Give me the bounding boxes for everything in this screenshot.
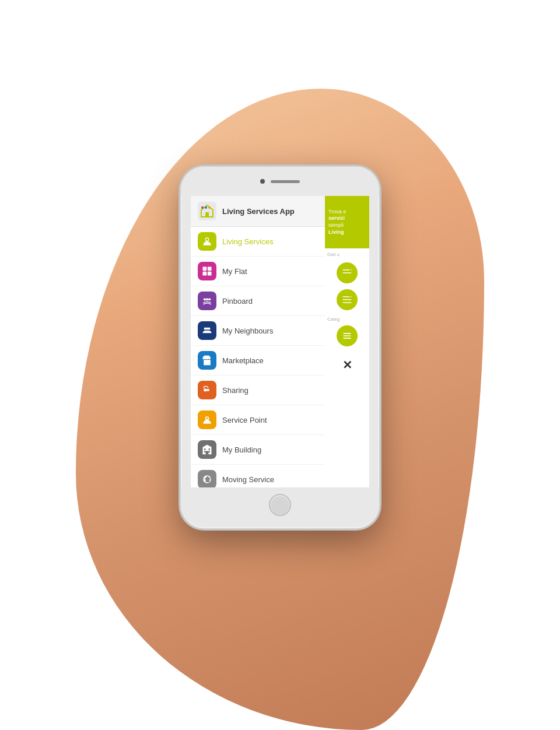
app-title: Living Services App	[222, 207, 295, 216]
svg-point-7	[206, 238, 208, 241]
phone: Living Services App Living Ser	[181, 167, 379, 528]
right-panel-top: Trova e servizi sempli Living	[325, 196, 369, 248]
svg-point-5	[208, 206, 211, 209]
right-panel: Trova e servizi sempli Living Dati u	[325, 196, 369, 487]
svg-point-3	[201, 206, 204, 209]
svg-rect-26	[209, 448, 211, 450]
my-neighbours-label: My Neighbours	[222, 327, 273, 335]
categ-label: Categ	[327, 317, 367, 322]
svg-rect-35	[343, 302, 352, 303]
svg-rect-34	[343, 299, 352, 300]
phone-bottom-bar	[181, 487, 379, 522]
moving-service-icon	[198, 470, 216, 487]
svg-point-12	[204, 298, 206, 300]
svg-rect-28	[209, 451, 211, 453]
svg-rect-11	[208, 272, 212, 276]
my-building-icon	[198, 440, 216, 459]
right-panel-content: Dati u	[325, 248, 369, 487]
my-neighbours-icon	[198, 321, 216, 340]
menu-list: Living Services My Flat	[191, 227, 325, 487]
right-circle-btn-2[interactable]	[337, 289, 358, 310]
pinboard-label: Pinboard	[222, 297, 253, 306]
menu-item-marketplace[interactable]: Marketplace	[191, 346, 325, 375]
phone-speaker	[271, 180, 300, 183]
my-flat-icon	[198, 262, 216, 280]
svg-rect-27	[204, 451, 206, 453]
app-logo-icon	[198, 202, 216, 220]
marketplace-label: Marketplace	[222, 356, 264, 365]
menu-item-living-services[interactable]: Living Services	[191, 227, 325, 257]
service-point-icon: ?	[198, 410, 216, 429]
svg-point-4	[205, 206, 207, 209]
scene: Living Services App Living Ser	[0, 0, 560, 730]
living-services-icon	[198, 232, 216, 251]
svg-point-17	[206, 328, 208, 330]
menu-item-pinboard[interactable]: Pinboard	[191, 286, 325, 316]
living-services-label: Living Services	[222, 237, 273, 246]
svg-rect-31	[343, 272, 352, 273]
moving-service-label: Moving Service	[222, 475, 274, 484]
menu-item-sharing[interactable]: Sharing	[191, 375, 325, 405]
sharing-icon	[198, 381, 216, 399]
svg-point-13	[208, 298, 211, 300]
svg-rect-39	[343, 338, 351, 339]
service-point-label: Service Point	[222, 416, 267, 424]
menu-item-my-building[interactable]: My Building	[191, 435, 325, 465]
phone-top-bar	[181, 167, 379, 196]
svg-rect-2	[205, 212, 209, 217]
menu-item-my-flat[interactable]: My Flat	[191, 257, 325, 286]
phone-screen: Living Services App Living Ser	[191, 196, 369, 487]
app-header: Living Services App	[191, 196, 325, 227]
menu-item-service-point[interactable]: ? Service Point	[191, 405, 325, 435]
right-panel-text: Trova e servizi sempli Living	[328, 209, 366, 236]
phone-camera	[260, 179, 265, 184]
svg-rect-25	[204, 448, 206, 450]
home-button[interactable]	[269, 494, 291, 516]
svg-rect-37	[343, 333, 351, 334]
menu-item-my-neighbours[interactable]: My Neighbours	[191, 316, 325, 346]
my-building-label: My Building	[222, 445, 261, 454]
svg-point-14	[206, 298, 208, 300]
svg-rect-38	[343, 335, 351, 336]
sharing-label: Sharing	[222, 386, 249, 395]
svg-rect-10	[203, 272, 207, 276]
svg-rect-24	[206, 451, 209, 455]
svg-point-20	[209, 389, 211, 391]
marketplace-icon	[198, 351, 216, 370]
pinboard-icon	[198, 292, 216, 310]
my-flat-label: My Flat	[222, 267, 247, 276]
right-list-btn[interactable]	[337, 325, 358, 346]
menu-item-moving-service[interactable]: Moving Service	[191, 465, 325, 487]
menu-panel: Living Services App Living Ser	[191, 196, 325, 487]
svg-rect-9	[208, 267, 212, 271]
right-circle-btn-1[interactable]	[337, 262, 358, 283]
dati-label: Dati u	[327, 252, 367, 257]
svg-rect-8	[203, 267, 207, 271]
close-button[interactable]: ✕	[337, 355, 358, 375]
